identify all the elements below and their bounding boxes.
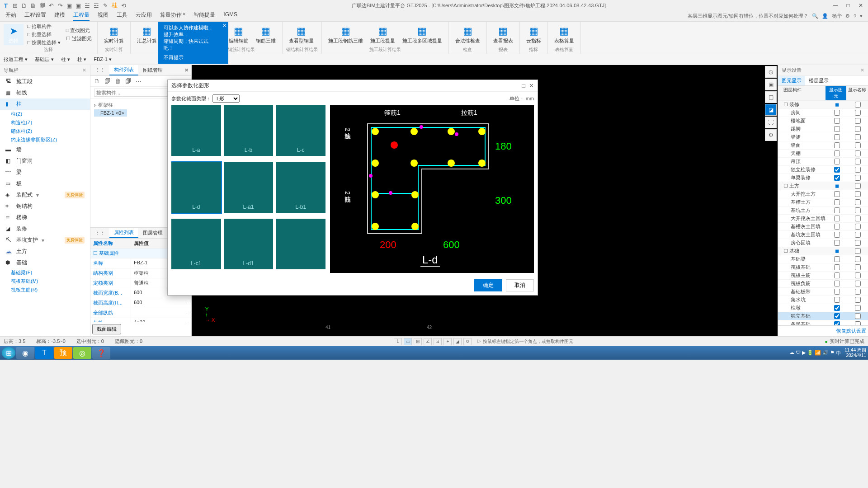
qa-new-icon[interactable]: ⊞ [11,1,19,9]
task-app3[interactable]: 预 [54,347,72,359]
settings-row[interactable]: ☐ 基础◼ [778,247,868,255]
qa-i4-icon[interactable]: ☲ [92,1,100,9]
show-name-checkbox[interactable] [855,126,861,132]
menu-more-icon[interactable]: ▾ [860,13,863,19]
settings-row[interactable]: 大开挖土方 [778,190,868,198]
show-element-checkbox[interactable] [834,150,840,156]
show-name-checkbox[interactable] [855,183,861,189]
start-button[interactable]: ⊞ [2,347,15,359]
tab-property-list[interactable]: 属性列表 [109,228,138,238]
show-element-checkbox[interactable] [834,264,840,270]
settings-row[interactable]: ☐ 土方◼ [778,182,868,190]
settings-row[interactable]: ☐ 装修◼ [778,101,868,109]
qa-i6-icon[interactable]: 桂 [110,1,118,9]
settings-row[interactable]: 基础板带 [778,288,868,296]
show-element-checkbox[interactable] [834,240,840,246]
tab-component-list[interactable]: 构件列表 [109,65,138,75]
qa-i7-icon[interactable]: ⟲ [119,1,127,9]
tip-no-more[interactable]: 不再提示 [164,54,216,61]
show-name-checkbox[interactable] [855,272,861,278]
sb-i1[interactable]: L [394,338,402,345]
nav-sub-item[interactable]: 筏板主筋(R) [0,286,90,294]
close-icon[interactable]: ✕ [855,1,866,9]
nav-item[interactable]: ◪装修 [0,223,90,235]
qa-undo-icon[interactable]: ↶ [47,1,55,9]
show-element-checkbox[interactable] [834,199,840,205]
help-question[interactable]: 某层三维显示图元/轴网有错位，位置不对应如何处理？ [688,13,808,19]
filter-dropdown[interactable]: 报道工程 ▾ [4,56,28,63]
show-name-checkbox[interactable] [855,248,861,254]
taskbar-clock[interactable]: 11:44 周四 2024/4/11 [844,347,866,358]
nav-sub-item[interactable]: 砌体柱(Z) [0,127,90,136]
shape-option[interactable]: L-b1 [276,162,326,213]
show-name-checkbox[interactable] [855,207,861,213]
settings-row[interactable]: 独立基础 [778,312,868,320]
qa-open-icon[interactable]: 🗋 [20,1,28,9]
help-icon[interactable]: ? [854,14,856,19]
settings-row[interactable]: 墙裙 [778,133,868,141]
show-element-checkbox[interactable] [834,321,840,325]
show-name-checkbox[interactable] [855,142,861,148]
select-tool-button[interactable]: ➤ 选择 [4,24,24,45]
task-app5[interactable]: ❓ [92,347,110,359]
tip-close-icon[interactable]: ✕ [222,23,226,28]
rtool-box-icon[interactable]: ◫ [765,91,777,103]
show-element-checkbox[interactable] [834,297,840,303]
tray-i4[interactable]: 🔋 [807,350,813,357]
nav-item[interactable]: ≣楼梯 [0,212,90,223]
filter-dropdown[interactable]: 柱 ▾ [61,56,70,63]
show-name-checkbox[interactable] [855,232,861,238]
qa-i5-icon[interactable]: ✎ [101,1,109,9]
show-name-checkbox[interactable] [855,110,861,116]
qa-saveall-icon[interactable]: 🗐 [38,1,46,9]
nav-sub-item[interactable]: 筏板基础(M) [0,277,90,286]
settings-row[interactable]: 踢脚 [778,125,868,133]
ribbon-small-btn[interactable]: □ 查找图元 [64,27,94,34]
shape-option[interactable]: L-c1 [171,219,221,269]
tray-i8[interactable]: 中 [836,350,841,357]
section-edit-button[interactable]: 截面编辑 [92,324,121,334]
sb-i7[interactable]: ◢ [453,338,462,345]
user-avatar-icon[interactable]: 👤 [822,13,828,19]
settings-row[interactable]: 房间 [778,109,868,117]
show-element-checkbox[interactable] [834,232,840,238]
show-name-checkbox[interactable] [855,289,861,295]
shape-option[interactable]: L-d [171,162,221,213]
settings-row[interactable]: 天棚 [778,150,868,158]
rtool-zoom-icon[interactable]: ⛶ [765,117,777,128]
show-element-checkbox[interactable] [834,126,840,132]
show-name-checkbox[interactable] [855,199,861,205]
ribbon-small-btn[interactable]: ☐ 过滤图元 [64,35,94,42]
mid-close-icon[interactable]: ✕ [180,65,191,75]
set-hd-show[interactable]: 显示图元 [826,86,846,100]
show-element-checkbox[interactable] [834,207,840,213]
rtool-cube-icon[interactable]: ▣ [765,79,777,90]
show-name-checkbox[interactable] [855,240,861,246]
maximize-icon[interactable]: □ [843,1,854,9]
tab-drawing-mgmt[interactable]: 图纸管理 [138,65,167,75]
mid-tool-icon[interactable]: ⋯ [136,78,142,84]
show-element-checkbox[interactable] [834,224,840,230]
ribbon-small-btn[interactable]: □ 按属性选择 ▾ [25,39,62,47]
show-name-checkbox[interactable] [855,305,861,311]
settings-row[interactable]: 柱墩 [778,304,868,312]
settings-row[interactable]: 筏板主筋 [778,272,868,280]
ribbon-small-btn[interactable]: □ 批量选择 [25,31,62,38]
nav-item[interactable]: ⬢基础 [0,257,90,268]
show-name-checkbox[interactable] [855,281,861,286]
mid-tool-icon[interactable]: 🗐 [125,78,131,84]
show-name-checkbox[interactable] [855,118,861,124]
prop-edit-icon[interactable]: ⋯ [184,319,189,323]
section-type-select[interactable]: L形 [212,94,240,103]
nav-item[interactable]: ◧门窗洞 [0,155,90,167]
shape-option[interactable]: L-c [276,105,326,156]
menu-6[interactable]: 云应用 [136,11,152,21]
prop-value[interactable]: 600⋯ [131,298,191,308]
tray-i6[interactable]: 🔊 [822,350,829,357]
show-element-checkbox[interactable] [834,191,840,197]
rtool-orbit-icon[interactable]: ◷ [765,66,777,78]
ribbon-btn[interactable]: ▦云指标 [524,24,544,45]
mid-tool-icon[interactable]: 🗐 [104,78,110,84]
show-element-checkbox[interactable] [834,110,840,116]
settings-row[interactable]: 条形基础 [778,320,868,325]
